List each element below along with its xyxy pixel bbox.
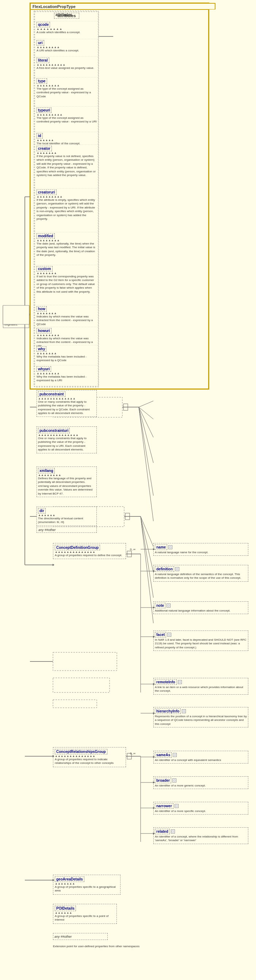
concept-definition-group-box: ConceptDefinitionGroup ▲▲▲▲▲▲▲▲▲▲▲▲▲▲ A …	[53, 543, 126, 559]
attr-custom: custom ▲▲▲▲▲▲▲ If set to true the corres…	[37, 266, 97, 294]
attr-dots-id: ▲▲▲▲▲▲	[37, 138, 97, 142]
rp-hierarchyinfo-label: hierarchyInfo	[155, 708, 181, 714]
attr-desc-dir: The directionality of textual content (e…	[38, 517, 95, 525]
svg-rect-9	[123, 404, 128, 410]
poi-details-dots: ▲▲▲▲▲▲	[55, 911, 115, 915]
any-other-elem-box: any ##other	[53, 933, 108, 940]
attr-name-creatoruri: creatoruri	[37, 189, 57, 195]
rp-facet-box: facet □ In NAR 1.8 and later, facet is d…	[154, 630, 248, 651]
rp-facet-desc: In NAR 1.8 and later, facet is deprecate…	[155, 638, 247, 649]
rp-hierarchyinfo-badge: □	[182, 709, 186, 713]
concept-def-group-name: ConceptDefinitionGroup	[55, 545, 100, 550]
attr-desc-creatoruri: If the attribute is empty, specifies whi…	[37, 198, 97, 221]
rp-hierarchyinfo-desc: Represents the position of a concept in …	[155, 715, 247, 726]
attr-dots-how: ▲▲▲▲▲▲▲	[37, 312, 97, 315]
rp-related-label: related	[155, 829, 170, 834]
attr-name-why: why	[37, 346, 46, 352]
any-other-attr-box: any ##other	[37, 527, 97, 533]
attr-desc-how: Indicates by which means the value was e…	[37, 315, 97, 326]
attr-desc-why: Why the metadata has been included - exp…	[37, 355, 97, 363]
rp-note-desc: Additional natural language information …	[155, 609, 247, 612]
attr-desc-uri: A URI which identifies a concept.	[37, 49, 97, 52]
rp-definition-label: definition	[155, 566, 174, 572]
svg-line-20	[141, 516, 154, 547]
located-dots: ▲▲▲▲▲▲▲▲	[5, 313, 28, 315]
svg-rect-74	[127, 753, 131, 759]
attr-how: how ▲▲▲▲▲▲▲ Indicates by which means the…	[37, 306, 97, 326]
concept-rel-group-desc: A group of properties required to indica…	[55, 758, 124, 765]
attr-name-uri: uri	[37, 40, 44, 46]
poi-details-box: POIDetails ▲▲▲▲▲▲ A group of properties …	[53, 904, 117, 924]
rp-name-box: name □ A natural language name for the c…	[154, 543, 248, 556]
attributes-section-label: attributes	[36, 13, 98, 19]
attr-desc-pubconstraint: One or many constraints that apply to pu…	[38, 400, 95, 415]
svg-text:0..∞: 0..∞	[130, 752, 136, 755]
attr-name-modified: modified	[37, 233, 55, 239]
rp-name-label: name	[155, 544, 167, 550]
rp-definition-desc: A natural language definition of the sem…	[155, 573, 247, 580]
attr-name-custom: custom	[37, 266, 53, 272]
attr-dots-literal: ▲▲▲▲▲▲▲▲▲▲	[37, 63, 97, 66]
attr-id: id ▲▲▲▲▲▲ The local identifier of the co…	[37, 133, 97, 145]
rp-facet-badge: □	[167, 633, 171, 637]
attr-desc-typeuri: The type of the concept assigned as cont…	[37, 116, 97, 124]
attr-desc-id: The local identifier of the concept.	[37, 142, 97, 145]
rp-related-desc: An identifier of a concept, where the re…	[155, 835, 247, 843]
attr-dots-uri: ▲▲▲▲▲▲▲▲	[37, 46, 97, 49]
attr-dots-modified: ▲▲▲▲▲▲▲▲	[37, 239, 97, 242]
rp-note-box: note □ Additional natural language infor…	[154, 601, 248, 614]
attr-desc-creator: If the property value is not defined, sp…	[37, 154, 97, 177]
attr-name-how: how	[37, 306, 47, 312]
located-box: located ▲▲▲▲▲▲▲▲ The location from which…	[3, 305, 29, 328]
rp-facet-label: facet	[155, 632, 166, 638]
poi-details-name: POIDetails	[55, 906, 76, 911]
attr-whyuri: whyuri ▲▲▲▲▲▲▲▲ Why the metadata has bee…	[37, 366, 97, 383]
svg-line-14	[139, 407, 154, 496]
attr-name-howuri: howuri	[37, 328, 51, 334]
attr-desc-literal: A free-text value assigned as property v…	[37, 66, 97, 70]
attr-pubconstrainturi: pubconstrainturi ▲▲▲▲▲▲▲▲▲▲▲▲▲▲ One or m…	[37, 426, 97, 453]
svg-rect-26	[53, 678, 110, 692]
svg-rect-19	[125, 513, 130, 520]
rp-sameas-box: sameAs □ An identifier of a concept with…	[154, 751, 248, 764]
attr-desc-whyuri: Why the metadata has been included - exp…	[37, 375, 97, 383]
concept-relationships-group-box: ConceptRelationshipsGroup ▲▲▲▲▲▲▲▲▲▲▲▲▲▲…	[53, 747, 126, 767]
svg-text:0..∞: 0..∞	[130, 548, 136, 551]
attr-howuri: howuri ▲▲▲▲▲▲▲▲ Indicates by which means…	[37, 328, 97, 348]
attr-dots-type: ▲▲▲▲▲▲▲▲	[37, 84, 97, 87]
geo-area-details-box: geoAreaDetails ▲▲▲▲▲▲▲ A group of proper…	[53, 875, 120, 895]
attr-desc-custom: If set to true the corresponding propert…	[37, 275, 97, 294]
attr-dots-qcode: ▲▲▲▲▲▲▲▲	[37, 27, 97, 30]
attr-dots-custom: ▲▲▲▲▲▲▲	[37, 272, 97, 275]
attr-desc-modified: The date (and, optionally, the time) whe…	[37, 242, 97, 257]
concept-rel-group-name: ConceptRelationshipsGroup	[55, 749, 107, 754]
diagram-container: FlexLocationPropType attributes qcode ▲▲…	[0, 0, 256, 980]
attr-dots-pubconstraint: ▲▲▲▲▲▲▲▲▲▲▲▲▲	[38, 397, 95, 400]
svg-line-15	[139, 407, 154, 521]
svg-line-12	[139, 407, 154, 438]
attr-dots-dir: ▲▲▲▲▲▲	[38, 514, 95, 517]
rp-note-label: note	[155, 603, 165, 608]
rp-sameas-badge: □	[173, 753, 177, 757]
poi-details-desc: A group of properties specific to a poin…	[55, 915, 115, 922]
attr-dir: dir ▲▲▲▲▲▲ The directionality of textual…	[37, 507, 97, 526]
svg-marker-52	[53, 564, 54, 566]
attr-dots-typeuri: ▲▲▲▲▲▲▲▲▲	[37, 113, 97, 116]
attr-name-creator: creator	[37, 146, 52, 151]
rp-broader-label: broader	[155, 778, 171, 783]
attr-name-qcode: qcode	[37, 22, 50, 27]
attr-name-literal: literal	[37, 57, 49, 63]
rp-remoteinfo-badge: □	[178, 680, 182, 684]
rp-narrower-desc: An identifier of a more specific concept…	[155, 810, 247, 813]
geo-area-details-dots: ▲▲▲▲▲▲▲	[55, 882, 119, 885]
svg-rect-27	[53, 700, 97, 708]
svg-rect-58	[127, 551, 131, 557]
attr-typeuri: typeuri ▲▲▲▲▲▲▲▲▲ The type of the concep…	[37, 108, 97, 124]
rp-remoteinfo-desc: A link to an item or a web resource whic…	[155, 686, 247, 693]
svg-line-22	[141, 516, 154, 598]
concept-def-group-desc: A group of properties required to define…	[55, 554, 124, 557]
attr-dots-creator: ▲▲▲▲▲▲▲	[37, 151, 97, 154]
concept-def-group-dots: ▲▲▲▲▲▲▲▲▲▲▲▲▲▲	[55, 550, 124, 554]
attr-dots-why: ▲▲▲▲▲▲▲	[37, 352, 97, 355]
attr-dots-howuri: ▲▲▲▲▲▲▲▲	[37, 334, 97, 337]
